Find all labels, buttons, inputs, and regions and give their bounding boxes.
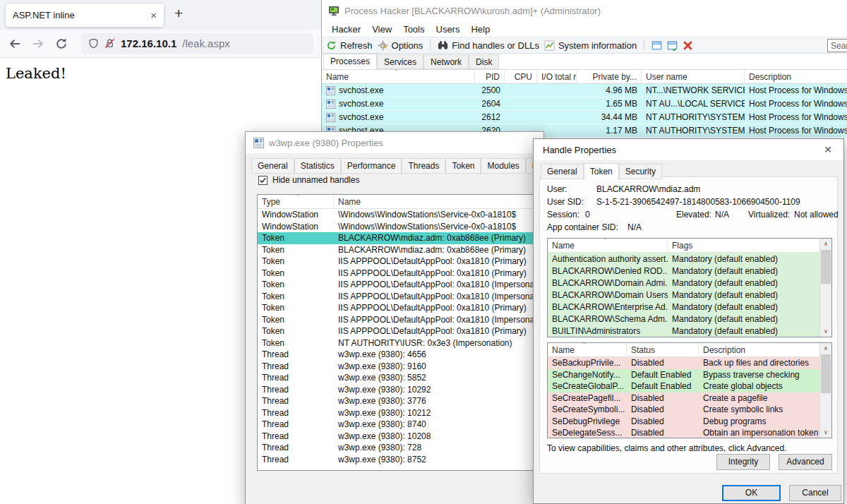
handle-row[interactable]: Thread w3wp.exe (9380): 728 xyxy=(258,442,534,454)
handle-row[interactable]: Token IIS APPPOOL\DefaultAppPool: 0xa181… xyxy=(258,268,534,280)
tab-statistics[interactable]: Statistics xyxy=(294,158,341,174)
open-window-button[interactable] xyxy=(667,40,678,51)
menu-item[interactable]: Hacker xyxy=(326,24,366,35)
refresh-button[interactable]: Refresh xyxy=(326,40,373,51)
advanced-button[interactable]: Advanced xyxy=(779,454,832,470)
handle-row[interactable]: Token BLACKARROW\mdiaz.adm: 0xab868ee (P… xyxy=(258,232,534,244)
privilege-row[interactable]: SeCreatePagefil... Disabled Create a pag… xyxy=(548,392,819,404)
advanced-note: To view capabilities, claims and other a… xyxy=(547,443,787,453)
integrity-button[interactable]: Integrity xyxy=(716,454,770,470)
group-row[interactable]: BLACKARROW\Domain Users Mandatory (defau… xyxy=(548,289,819,301)
process-row[interactable]: svchost.exe 2500 4.96 MB NT...\NETWORK S… xyxy=(322,84,847,97)
tab-processes[interactable]: Processes xyxy=(323,54,377,69)
options-button[interactable]: Options xyxy=(378,40,424,51)
tab-general[interactable]: General xyxy=(251,158,294,174)
privilege-row[interactable]: SeChangeNotify... Default Enabled Bypass… xyxy=(548,369,819,381)
w3wp-titlebar: w3wp.exe (9380) Properties xyxy=(246,132,543,153)
tab-threads[interactable]: Threads xyxy=(402,158,445,174)
group-row[interactable]: BLACKARROW\Enterprise Ad... Mandatory (d… xyxy=(548,301,819,313)
privileges-header[interactable]: ˆ Name Status Description xyxy=(548,343,819,357)
forward-icon[interactable] xyxy=(32,37,44,50)
new-tab-button[interactable]: + xyxy=(174,5,183,22)
tab-disk[interactable]: Disk xyxy=(469,54,499,69)
handle-row[interactable]: Thread w3wp.exe (9380): 4656 xyxy=(258,349,534,361)
handle-row[interactable]: Thread w3wp.exe (9380): 10292 xyxy=(258,384,534,396)
back-icon[interactable] xyxy=(8,37,21,50)
reload-icon[interactable] xyxy=(55,37,68,50)
handle-row[interactable]: Token IIS APPPOOL\DefaultAppPool: 0xa181… xyxy=(258,256,534,268)
handle-row[interactable]: Token IIS APPPOOL\DefaultAppPool: 0xa181… xyxy=(258,291,534,303)
group-row[interactable]: BUILTIN\Administrators Mandatory (defaul… xyxy=(548,325,819,337)
handle-row[interactable]: WindowStation \Windows\WindowStations\Se… xyxy=(258,221,534,233)
group-row[interactable]: BLACKARROW\Domain Admi... Mandatory (def… xyxy=(548,277,819,289)
tab-modules[interactable]: Modules xyxy=(481,158,525,174)
system-information-button[interactable]: System information xyxy=(544,40,637,51)
insecure-lock-icon xyxy=(104,38,115,49)
scrollbar[interactable]: ∧ ∨ xyxy=(819,239,831,337)
groups-list: ˆ Name Flags Authentication authority as… xyxy=(547,238,832,337)
process-row[interactable]: svchost.exe 2612 34.44 MB NT AUTHORITY\S… xyxy=(322,111,847,124)
scroll-down-icon[interactable]: ∨ xyxy=(820,326,831,337)
handle-row[interactable]: Thread w3wp.exe (9380): 9160 xyxy=(258,361,534,373)
tab-close-icon[interactable]: × xyxy=(150,9,157,21)
menu-item[interactable]: Tools xyxy=(397,24,430,35)
handle-list-header[interactable]: ˇ Type Name xyxy=(258,195,534,209)
groups-header[interactable]: ˆ Name Flags xyxy=(548,239,819,253)
scrollbar[interactable]: ∧ ∨ xyxy=(819,343,831,438)
group-row[interactable]: Authentication authority assert... Manda… xyxy=(548,253,819,265)
scroll-up-icon[interactable]: ∧ xyxy=(820,343,831,354)
privilege-row[interactable]: SeDebugPrivilege Disabled Debug programs xyxy=(548,416,819,428)
handle-row[interactable]: Token NT AUTHORITY\IUSR: 0x3e3 (Imperson… xyxy=(258,337,534,349)
handle-row[interactable]: Thread w3wp.exe (9380): 5852 xyxy=(258,372,534,384)
scroll-up-icon[interactable]: ∧ xyxy=(820,239,831,249)
process-list-header[interactable]: ˆ Name PID CPU I/O total r... Private by… xyxy=(322,69,847,84)
privileges-rows: SeBackupPrivile... Disabled Back up file… xyxy=(548,357,819,438)
scroll-thumb[interactable] xyxy=(821,354,831,393)
toolbar: Refresh Options Find handles or DLLs Sys… xyxy=(322,37,847,54)
close-icon[interactable]: ✕ xyxy=(822,144,834,155)
find-handles-button[interactable]: Find handles or DLLs xyxy=(438,40,539,51)
group-row[interactable]: BLACKARROW\Denied ROD... Mandatory (defa… xyxy=(548,265,819,277)
handle-row[interactable]: Token BLACKARROW\mdiaz.adm: 0xab868ee (P… xyxy=(258,244,534,256)
menu-item[interactable]: Help xyxy=(465,24,495,35)
tab-general[interactable]: General xyxy=(541,164,584,179)
handle-row[interactable]: Token IIS APPPOOL\DefaultAppPool: 0xa181… xyxy=(258,325,534,337)
tab-services[interactable]: Services xyxy=(377,54,424,69)
group-row[interactable]: BLACKARROW\Schema Adm... Mandatory (defa… xyxy=(548,313,819,325)
scroll-down-icon[interactable]: ∨ xyxy=(820,427,831,438)
handle-row[interactable]: Thread w3wp.exe (9380): 8752 xyxy=(258,454,534,466)
close-tool-button[interactable] xyxy=(683,40,693,51)
ok-button[interactable]: OK xyxy=(722,485,781,501)
tab-token[interactable]: Token xyxy=(445,158,481,174)
process-hacker-app-icon xyxy=(328,5,340,16)
handle-row[interactable]: Token IIS APPPOOL\DefaultAppPool: 0xa181… xyxy=(258,314,534,326)
privilege-row[interactable]: SeCreateGlobalP... Default Enabled Creat… xyxy=(548,380,819,392)
menu-item[interactable]: Users xyxy=(431,24,466,35)
privilege-row[interactable]: SeDelegateSess... Disabled Obtain an imp… xyxy=(548,427,819,438)
handle-properties-tabs: General Token Security xyxy=(534,160,843,179)
tab-token[interactable]: Token xyxy=(584,163,619,180)
handle-row[interactable]: Thread w3wp.exe (9380): 10208 xyxy=(258,431,534,443)
tab-security[interactable]: Security xyxy=(619,164,662,179)
checkbox-checked-icon[interactable] xyxy=(258,176,268,185)
browser-tab[interactable]: ASP.NET inline × xyxy=(6,4,164,27)
search-input[interactable] xyxy=(827,39,847,52)
scroll-thumb[interactable] xyxy=(821,250,831,284)
handle-row[interactable]: Token IIS APPPOOL\DefaultAppPool: 0xa181… xyxy=(258,279,534,291)
menu-item[interactable]: View xyxy=(366,24,397,35)
tab-performance[interactable]: Performance xyxy=(341,158,402,174)
tab-network[interactable]: Network xyxy=(424,54,469,69)
handle-properties-titlebar: Handle Properties ✕ xyxy=(534,139,843,160)
privilege-row[interactable]: SeBackupPrivile... Disabled Back up file… xyxy=(548,357,819,369)
handle-row[interactable]: WindowStation \Windows\WindowStations\Se… xyxy=(258,209,534,221)
process-row[interactable]: svchost.exe 2604 1.65 MB NT AU...\LOCAL … xyxy=(322,97,847,111)
handle-row[interactable]: Thread w3wp.exe (9380): 8740 xyxy=(258,419,534,431)
handle-row[interactable]: Token IIS APPPOOL\DefaultAppPool: 0xa181… xyxy=(258,302,534,314)
cancel-button[interactable]: Cancel xyxy=(789,485,841,501)
hide-unnamed-handles-checkbox[interactable]: Hide unnamed handles xyxy=(258,175,359,185)
url-bar[interactable]: 172.16.10.1/leak.aspx xyxy=(81,33,313,54)
handle-row[interactable]: Thread w3wp.exe (9380): 10212 xyxy=(258,407,534,419)
handle-row[interactable]: Thread w3wp.exe (9380): 3776 xyxy=(258,395,534,407)
privilege-row[interactable]: SeCreateSymboli... Disabled Create symbo… xyxy=(548,404,819,416)
always-on-top-button[interactable] xyxy=(651,40,662,51)
